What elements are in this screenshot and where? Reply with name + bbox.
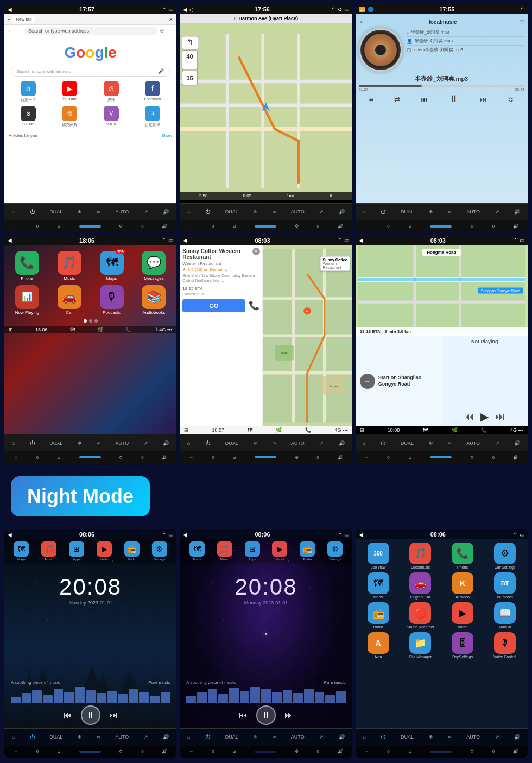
auto-n1[interactable]: AUTO (115, 734, 129, 740)
shortcut-translate[interactable]: 译 百度翻译 (133, 106, 172, 128)
vol-s3[interactable]: 🔊 (513, 224, 518, 229)
n1-settings[interactable]: ⚙ Settings (152, 541, 167, 561)
vol-n2b[interactable]: 🔊 (338, 749, 343, 754)
power-btn[interactable]: ⏻ (30, 209, 35, 215)
expand-icon-3[interactable]: ⌃ (520, 7, 524, 12)
bookmark-icon[interactable]: ☆ (160, 28, 165, 35)
app-manual[interactable]: 📖 Manual (485, 602, 524, 629)
fast-forward-btn[interactable]: ⏭ (495, 411, 505, 423)
shuffle-btn[interactable]: ⇄ (394, 95, 401, 104)
app-soundrecorder[interactable]: 🔴 Sound Recorder (401, 602, 440, 629)
back-btn2[interactable]: ← (14, 224, 18, 229)
app-kuwooo[interactable]: K Kuwooo (443, 572, 482, 599)
back-n3b[interactable]: ← (365, 749, 369, 754)
back-icon-6[interactable]: ◀ (359, 237, 363, 243)
nav-btn-4[interactable]: ↗ (144, 440, 148, 446)
app-originalcar[interactable]: 🚗 Original Car (401, 572, 440, 599)
vol-btn-3[interactable]: 🔊 (514, 209, 520, 215)
home-n1[interactable]: ⌂ (12, 734, 15, 740)
rewind-btn[interactable]: ⏮ (464, 411, 474, 423)
vol-btn-4[interactable]: 🔊 (163, 440, 169, 446)
snow-n3[interactable]: ❄ (429, 734, 433, 740)
expand-n1[interactable]: ⌃ (162, 532, 166, 538)
nav-btn-2[interactable]: ↗ (319, 209, 324, 215)
heart-icon[interactable]: ♡ (520, 19, 524, 25)
phone-poi-btn[interactable]: 📞 (249, 300, 259, 311)
nav-n3[interactable]: ↗ (495, 734, 499, 740)
power-n3[interactable]: ⏻ (381, 734, 385, 740)
seat-n3[interactable]: ⚙ (470, 749, 474, 754)
nav-forward[interactable]: → (16, 28, 22, 34)
carplay-audiobooks[interactable]: 📚 Audiobooks (134, 285, 173, 315)
n1-apps[interactable]: ⊞ Apps (69, 541, 84, 561)
slider-s2[interactable] (255, 225, 276, 228)
fan-n3[interactable]: ⊿ (408, 749, 412, 754)
snow-btn-3[interactable]: ❄ (429, 209, 433, 215)
nav-play-btn[interactable]: ▶ (480, 410, 489, 423)
dual-btn-4[interactable]: DUAL (49, 440, 62, 446)
window-icon-4[interactable]: ▭ (168, 237, 173, 243)
window-icon-5[interactable]: ▭ (344, 237, 349, 243)
loop-n1[interactable]: ∞ (97, 734, 100, 740)
n1-next-btn[interactable]: ⏭ (109, 710, 118, 720)
app-filemanager[interactable]: 📁 File Manager (401, 632, 440, 659)
eq-btn[interactable]: ≎ (508, 95, 514, 104)
seat-n1[interactable]: ⚙ (119, 749, 123, 754)
power-n2[interactable]: ⏻ (205, 734, 210, 740)
expand-icon-5[interactable]: ⌃ (338, 237, 342, 243)
slider-n3[interactable] (430, 751, 452, 753)
window-n3[interactable]: ▭ (520, 532, 524, 538)
map-view[interactable]: 40 35 ↰ 2:58 0:02 1mi ✕ (180, 23, 352, 200)
app-maps[interactable]: 🗺 Maps (359, 572, 398, 599)
vol-s2[interactable]: 🔊 (338, 224, 343, 229)
shortcut-youtube[interactable]: ▶ YouTube (50, 81, 89, 103)
power-btn-6[interactable]: ⏻ (381, 440, 385, 446)
cp6-phone[interactable]: 📞 (481, 427, 487, 433)
temp-slider[interactable] (79, 225, 101, 228)
shortcut-facebook[interactable]: f Facebook (133, 81, 172, 103)
back-n2b[interactable]: ← (189, 749, 193, 754)
slider-n1[interactable] (79, 751, 101, 753)
auto-btn[interactable]: AUTO (115, 209, 129, 215)
loop-btn[interactable]: ∞ (97, 209, 100, 215)
home-btn[interactable]: ⌂ (12, 209, 15, 215)
back-n3[interactable]: ◀ (359, 532, 363, 538)
vol-n2[interactable]: 🔊 (339, 734, 345, 740)
vol-btn-5[interactable]: 🔊 (339, 440, 345, 446)
app-avin[interactable]: A Avin (359, 632, 398, 659)
app-voicecontrol[interactable]: 🎙 Voice Control (485, 632, 524, 659)
next-btn[interactable]: ⏭ (479, 95, 487, 104)
carplay-messages[interactable]: 💬 Messages (134, 251, 173, 281)
back-s3[interactable]: ← (365, 224, 369, 229)
seat-s5[interactable]: ⚙ (295, 455, 299, 460)
vol-s4[interactable]: 🔊 (162, 455, 167, 460)
dot-3[interactable] (94, 319, 98, 323)
fan-n2[interactable]: ⊿ (232, 749, 236, 754)
window-icon[interactable]: ▭ (168, 7, 173, 12)
map-phone-icon[interactable]: 📞 (305, 427, 311, 433)
nav-btn[interactable]: ↗ (144, 209, 148, 215)
pause-btn[interactable]: ⏸ (449, 93, 459, 105)
dual-btn-3[interactable]: DUAL (401, 209, 414, 215)
poi-close-btn[interactable]: ✕ (252, 248, 260, 255)
map-maps-icon[interactable]: 🗺 (248, 427, 252, 433)
auto-btn-4[interactable]: AUTO (115, 440, 129, 446)
prev-btn[interactable]: ⏮ (421, 95, 428, 104)
back-icon-4[interactable]: ◀ (8, 237, 12, 243)
playlist-item-2[interactable]: 👤 半壶纱_刘珂矣.mp3 (407, 37, 524, 46)
slider-n2[interactable] (255, 751, 276, 753)
recenter-icon[interactable]: ↺ (338, 7, 342, 12)
app-video[interactable]: ▶ Video (443, 602, 482, 629)
n1-radio[interactable]: 📻 Radio (124, 541, 140, 561)
dot-1[interactable] (84, 319, 87, 323)
window-icon-6[interactable]: ▭ (520, 237, 524, 243)
nav-n2[interactable]: ↗ (319, 734, 324, 740)
cp-maps-small[interactable]: 🗺 (70, 327, 75, 332)
back-s4[interactable]: ← (14, 455, 18, 460)
home-btn-3[interactable]: ⌂ (363, 209, 365, 215)
back-icon[interactable]: ◀ (8, 7, 12, 12)
shortcut-dezhou[interactable]: 德 德克萨斯 (50, 106, 89, 128)
nav-n1[interactable]: ↗ (144, 734, 148, 740)
expand-icon-2[interactable]: ⌃ (331, 7, 335, 12)
back-icon-5[interactable]: ◀ (183, 237, 187, 243)
